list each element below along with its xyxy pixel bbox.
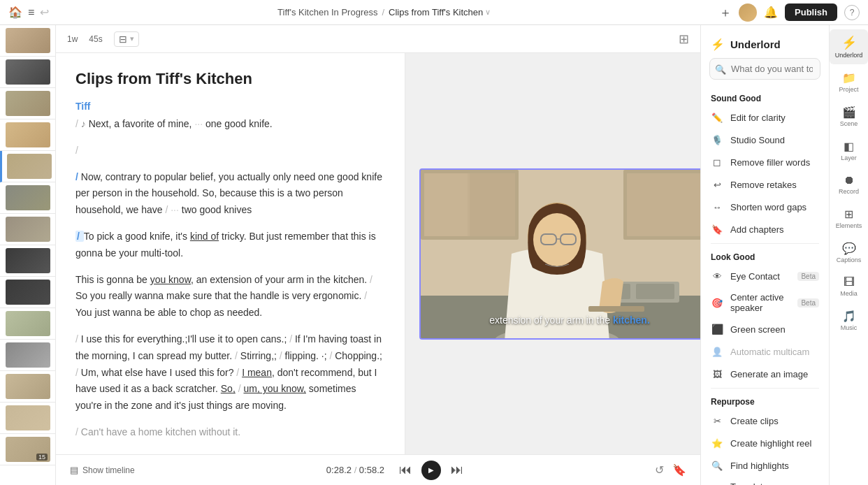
- thumbnail-8[interactable]: [0, 245, 56, 277]
- playbar-right: ↺ 🔖: [655, 463, 686, 477]
- show-timeline-icon[interactable]: ▤: [70, 465, 78, 475]
- sidebar-item-underlord[interactable]: ⚡ Underlord: [830, 29, 868, 64]
- thumbnail-12[interactable]: [0, 371, 56, 403]
- show-timeline-label[interactable]: Show timeline: [82, 465, 135, 475]
- publish-button[interactable]: Publish: [785, 3, 837, 21]
- menu-item-add-chapters[interactable]: 🔖 Add chapters: [701, 218, 829, 240]
- menu-item-create-clips[interactable]: ✂ Create clips: [701, 410, 829, 432]
- skip-back-button[interactable]: ⏮: [399, 463, 412, 477]
- center-body: Clips from Tiff's Kitchen Tiff / ♪ Next,…: [56, 53, 700, 454]
- menu-item-studio-sound[interactable]: 🎙️ Studio Sound: [701, 129, 829, 151]
- menu-item-green-screen[interactable]: ⬛ Green screen: [701, 318, 829, 340]
- play-icon: ▶: [428, 466, 434, 474]
- duration-display: 45s: [89, 34, 102, 44]
- breadcrumb: Tiff's Kitchen In Progress / Clips from …: [277, 7, 491, 17]
- playbar-left-icons: ▤ Show timeline: [70, 465, 135, 475]
- layout-toggle[interactable]: ⊟ ▾: [114, 31, 139, 47]
- undo-icon[interactable]: ↩: [40, 6, 49, 19]
- highlight-reel-icon: ⭐: [711, 437, 723, 449]
- sidebar-item-scene[interactable]: 🎬 Scene: [830, 100, 868, 133]
- search-icon: 🔍: [715, 64, 726, 74]
- thumbnail-14[interactable]: 15: [0, 434, 56, 465]
- edit-clarity-icon: ✏️: [711, 111, 723, 124]
- loop-icon[interactable]: ↺: [655, 463, 664, 477]
- menu-item-shorten-gaps[interactable]: ↔ Shorten word gaps: [701, 196, 829, 218]
- home-icon[interactable]: 🏠: [8, 6, 22, 19]
- menu-item-auto-multicam[interactable]: 👤 Automatic multicam: [701, 340, 829, 363]
- breadcrumb-current[interactable]: Clips from Tiff's Kitchen ∨: [389, 7, 491, 17]
- script-panel: Clips from Tiff's Kitchen Tiff / ♪ Next,…: [56, 53, 405, 454]
- playbar: ▤ Show timeline 0:28.2 / 0:58.2 ⏮ ▶ ⏭ ↺ …: [56, 454, 700, 485]
- speaker-label: Tiff: [75, 101, 385, 112]
- underlord-icon: ⚡: [711, 38, 725, 51]
- topbar: 🏠 ≡ ↩ Tiff's Kitchen In Progress / Clips…: [0, 0, 868, 25]
- time-ago: 1w: [67, 34, 78, 44]
- media-bar-icon: 🎞: [844, 276, 855, 289]
- help-icon[interactable]: ?: [844, 5, 860, 20]
- chevron-down-icon: ∨: [485, 8, 491, 17]
- menu-icon[interactable]: ≡: [28, 6, 34, 19]
- play-pause-button[interactable]: ▶: [421, 461, 441, 480]
- search-wrap: 🔍: [709, 58, 820, 80]
- thumbnail-5[interactable]: [0, 151, 56, 182]
- add-icon[interactable]: ＋: [719, 4, 732, 21]
- script-marker: /: [370, 274, 372, 285]
- thumbnail-10[interactable]: [0, 308, 56, 340]
- thumbnail-13[interactable]: [0, 403, 56, 434]
- project-bar-icon: 📁: [842, 71, 856, 85]
- menu-item-remove-retakes[interactable]: ↩ Remove retakes: [701, 173, 829, 196]
- script-line: / ♪ Next, a favorite of mine, ··· one go…: [75, 116, 385, 133]
- avatar[interactable]: [739, 3, 757, 22]
- skip-forward-button[interactable]: ⏭: [451, 463, 463, 477]
- breadcrumb-sep: /: [382, 7, 384, 17]
- thumbnail-4[interactable]: [0, 120, 56, 151]
- video-subtitle: extension of your arm in the kitchen.: [489, 314, 650, 326]
- menu-item-generate-image[interactable]: 🖼 Generate an image: [701, 363, 829, 385]
- notifications-icon[interactable]: 🔔: [764, 6, 778, 19]
- captions-bar-icon: 💬: [842, 242, 856, 255]
- menu-item-translate[interactable]: 🌐 Translate captions Beta: [701, 477, 829, 485]
- thumbnail-6[interactable]: [0, 182, 56, 214]
- underlord-header: ⚡ Underlord: [701, 32, 829, 58]
- breadcrumb-project[interactable]: Tiff's Kitchen In Progress: [277, 7, 377, 17]
- menu-item-remove-filler[interactable]: ◻ Remove filler words: [701, 151, 829, 173]
- menu-item-find-highlights[interactable]: 🔍 Find highlights: [701, 454, 829, 477]
- scene-bar-icon: 🎬: [842, 106, 856, 119]
- thumbnail-2[interactable]: [0, 57, 56, 88]
- divider-1: [711, 243, 819, 244]
- thumbnail-1[interactable]: [0, 25, 56, 57]
- sidebar-item-layer[interactable]: ◧ Layer: [830, 134, 868, 167]
- topbar-left: 🏠 ≡ ↩: [8, 6, 49, 19]
- studio-sound-icon: 🎙️: [711, 133, 723, 146]
- playbar-controls: 0:28.2 / 0:58.2 ⏮ ▶ ⏭: [146, 461, 644, 480]
- menu-item-highlight-reel[interactable]: ⭐ Create highlight reel: [701, 432, 829, 454]
- thumbnail-7[interactable]: [0, 214, 56, 245]
- music-bar-icon: 🎵: [842, 310, 856, 323]
- thumbnail-3[interactable]: [0, 88, 56, 120]
- eye-contact-badge: Beta: [797, 272, 819, 281]
- sidebar-item-media[interactable]: 🎞 Media: [830, 270, 868, 303]
- sidebar-item-record[interactable]: ⏺ Record: [830, 168, 868, 201]
- menu-item-center-speaker[interactable]: 🎯 Center active speaker Beta: [701, 287, 829, 318]
- menu-item-eye-contact[interactable]: 👁 Eye Contact Beta: [701, 265, 829, 287]
- underlord-bar-icon: ⚡: [841, 35, 857, 50]
- section-repurpose: Repurpose: [701, 391, 829, 410]
- script-marker: /: [280, 350, 285, 361]
- icon-bar: ⚡ Underlord 📁 Project 🎬 Scene ◧ Layer ⏺ …: [829, 25, 868, 485]
- thumbnail-9[interactable]: [0, 277, 56, 308]
- bookmark-icon[interactable]: 🔖: [672, 463, 686, 477]
- center-speaker-badge: Beta: [797, 298, 819, 307]
- underlord-title: Underlord: [730, 38, 781, 50]
- thumbnail-11[interactable]: [0, 340, 56, 371]
- center-panel: 1w 45s ⊟ ▾ ⊞ Clips from Tiff's Kitchen T…: [56, 25, 700, 485]
- music-note-icon: ♪: [81, 118, 86, 129]
- script-marker: /: [364, 290, 367, 301]
- sidebar-item-elements[interactable]: ⊞ Elements: [830, 202, 868, 235]
- remove-filler-icon: ◻: [711, 156, 723, 168]
- sidebar-item-music[interactable]: 🎵 Music: [830, 304, 868, 337]
- menu-item-edit-clarity[interactable]: ✏️ Edit for clarity: [701, 106, 829, 129]
- layout-icon[interactable]: ⊞: [679, 31, 689, 47]
- sidebar-item-project[interactable]: 📁 Project: [830, 66, 868, 99]
- topbar-right: ＋ 🔔 Publish ?: [719, 3, 860, 22]
- sidebar-item-captions[interactable]: 💬 Captions: [830, 236, 868, 269]
